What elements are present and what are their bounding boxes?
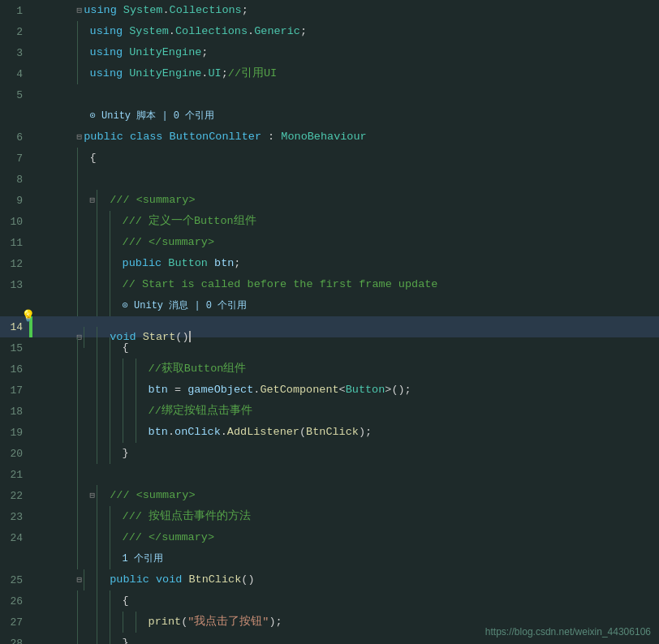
line-indicator-ann1 bbox=[29, 105, 32, 127]
line-indicator-17 bbox=[29, 380, 32, 401]
line-number-3: 3 bbox=[0, 47, 29, 59]
bulb-icon[interactable]: 💡 bbox=[21, 306, 35, 327]
line-number-13: 13 bbox=[0, 279, 29, 291]
line-indicator-21 bbox=[29, 464, 32, 485]
line-number-6: 6 bbox=[0, 131, 29, 144]
line-indicator-18 bbox=[29, 401, 32, 422]
line-number-25: 25 bbox=[0, 574, 29, 586]
line-indicator-27 bbox=[29, 612, 32, 633]
line-indicator-10 bbox=[29, 211, 32, 232]
line-indicator-16 bbox=[29, 358, 32, 380]
line-indicator-3 bbox=[29, 42, 32, 63]
line-number-11: 11 bbox=[0, 237, 29, 249]
line-number-24: 24 bbox=[0, 532, 29, 544]
line-indicator-2 bbox=[29, 21, 32, 42]
line-indicator-15 bbox=[29, 337, 32, 358]
line-indicator-7 bbox=[29, 148, 32, 169]
line-number-4: 4 bbox=[0, 68, 29, 80]
line-number-27: 27 bbox=[0, 616, 29, 629]
line-4: 4 using UnityEngine.UI;//引用UI bbox=[0, 63, 659, 84]
line-number-2: 2 bbox=[0, 26, 29, 38]
line-indicator-24 bbox=[29, 527, 32, 548]
line-number-7: 7 bbox=[0, 152, 29, 165]
line-indicator-8 bbox=[29, 169, 32, 190]
line-number-16: 16 bbox=[0, 363, 29, 376]
code-editor: 1 ⊟using System.Collections; 2 using Sys… bbox=[0, 0, 659, 644]
line-number-22: 22 bbox=[0, 490, 29, 502]
line-indicator-ann3 bbox=[29, 548, 32, 569]
line-indicator-5 bbox=[29, 84, 32, 105]
line-number-10: 10 bbox=[0, 216, 29, 228]
line-indicator-12 bbox=[29, 253, 32, 274]
line-indicator-4 bbox=[29, 63, 32, 84]
line-number-28: 28 bbox=[0, 638, 29, 645]
line-indicator-9 bbox=[29, 190, 32, 211]
line-indicator-11 bbox=[29, 232, 32, 253]
line-number-9: 9 bbox=[0, 195, 29, 207]
line-indicator-6 bbox=[29, 127, 32, 148]
line-indicator-22 bbox=[29, 485, 32, 506]
line-number-8: 8 bbox=[0, 174, 29, 186]
line-number-21: 21 bbox=[0, 469, 29, 481]
line-indicator-28 bbox=[29, 633, 32, 644]
line-number-12: 12 bbox=[0, 258, 29, 270]
watermark: https://blog.csdn.net/weixin_44306106 bbox=[485, 626, 651, 638]
line-number-15: 15 bbox=[0, 342, 29, 354]
line-number-23: 23 bbox=[0, 511, 29, 523]
line-indicator-13 bbox=[29, 274, 32, 295]
line-number-5: 5 bbox=[0, 89, 29, 101]
line-number-1: 1 bbox=[0, 5, 29, 17]
line-indicator-20 bbox=[29, 443, 32, 464]
line-number-18: 18 bbox=[0, 406, 29, 418]
line-number-17: 17 bbox=[0, 384, 29, 397]
line-number-19: 19 bbox=[0, 427, 29, 439]
line-number-26: 26 bbox=[0, 595, 29, 608]
line-indicator-25 bbox=[29, 569, 32, 590]
line-number-20: 20 bbox=[0, 448, 29, 460]
line-indicator-19 bbox=[29, 422, 32, 443]
line-indicator-1 bbox=[29, 0, 32, 21]
line-indicator-23 bbox=[29, 506, 32, 527]
line-indicator-26 bbox=[29, 590, 32, 612]
